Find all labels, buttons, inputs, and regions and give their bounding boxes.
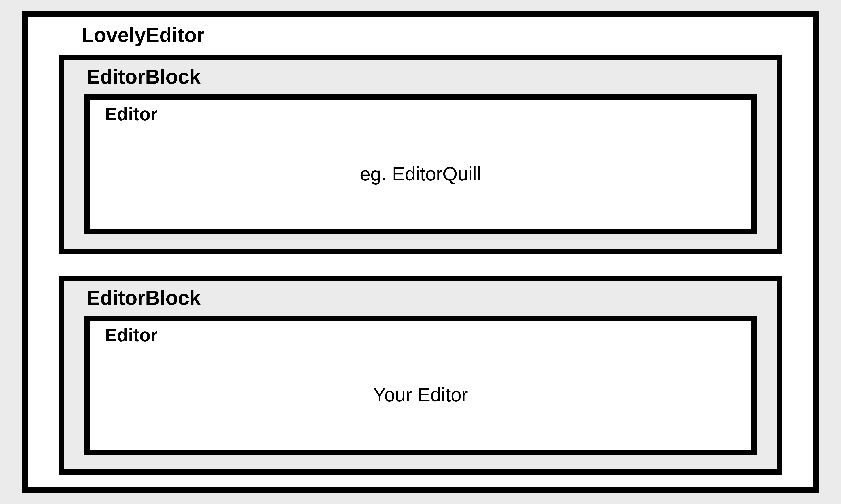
editor-block: EditorBlock Editor Your Editor: [59, 276, 782, 475]
editor-blocks-list: EditorBlock Editor eg. EditorQuill Edito…: [59, 55, 782, 474]
editor-title: Editor: [105, 104, 752, 125]
editor-content: Your Editor: [89, 346, 752, 444]
lovely-editor-container: LovelyEditor EditorBlock Editor eg. Edit…: [22, 11, 819, 493]
editor-block: EditorBlock Editor eg. EditorQuill: [59, 55, 782, 254]
editor-container: Editor Your Editor: [84, 316, 757, 455]
lovely-editor-title: LovelyEditor: [81, 23, 782, 47]
editor-block-title: EditorBlock: [86, 65, 757, 88]
editor-block-title: EditorBlock: [86, 286, 757, 309]
editor-content: eg. EditorQuill: [89, 125, 752, 223]
editor-title: Editor: [105, 325, 752, 346]
editor-container: Editor eg. EditorQuill: [84, 94, 757, 234]
